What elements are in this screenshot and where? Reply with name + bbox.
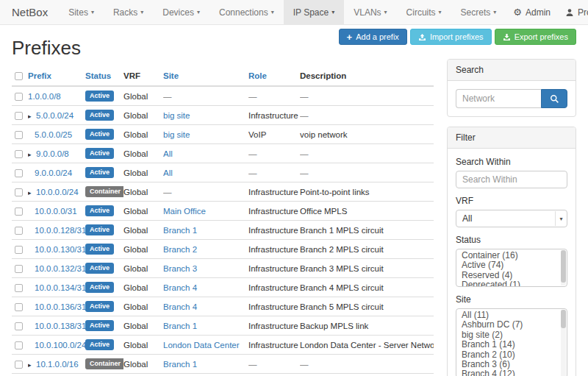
filter-option[interactable]: big site (2) xyxy=(456,330,567,340)
nav-item-sites[interactable]: Sites▾ xyxy=(59,0,104,24)
row-checkbox-cell xyxy=(12,355,28,374)
role-value: Infrastructure xyxy=(248,283,298,292)
column-sort-link[interactable]: Role xyxy=(248,71,267,80)
row-checkbox[interactable] xyxy=(15,150,23,158)
status-cell: Active xyxy=(85,278,123,297)
status-cell: Active xyxy=(85,297,123,316)
site-link[interactable]: big site xyxy=(163,111,190,120)
site-link[interactable]: All xyxy=(163,149,173,158)
empty-value: — xyxy=(300,111,309,120)
row-checkbox[interactable] xyxy=(15,131,23,139)
row-checkbox[interactable] xyxy=(15,303,23,311)
filter-option[interactable]: Branch 2 (10) xyxy=(456,350,567,360)
filter-option[interactable]: All (11) xyxy=(456,311,567,320)
vrf-cell: Global xyxy=(123,278,163,297)
prefix-link[interactable]: 5.0.0.0/24 xyxy=(36,111,74,120)
prefix-link[interactable]: 10.0.0.134/31 xyxy=(35,283,85,292)
site-link[interactable]: Branch 1 xyxy=(163,226,197,235)
search-input[interactable] xyxy=(456,89,541,108)
vrf-select[interactable]: All ▾ xyxy=(456,210,567,227)
nav-item-vlans[interactable]: VLANs▾ xyxy=(344,0,396,24)
prefix-link[interactable]: 10.1.0.0/16 xyxy=(36,360,79,369)
row-checkbox[interactable] xyxy=(15,93,23,101)
scrollbar[interactable] xyxy=(561,310,566,376)
site-link[interactable]: London Data Center xyxy=(163,341,240,350)
nav-item-admin[interactable]: ⚙Admin xyxy=(506,0,558,24)
row-checkbox[interactable] xyxy=(15,322,23,330)
prefix-link[interactable]: 10.0.0.136/31 xyxy=(35,302,85,311)
prefix-link[interactable]: 1.0.0.0/8 xyxy=(28,92,61,101)
filter-option[interactable]: Container (16) xyxy=(456,251,567,260)
row-checkbox[interactable] xyxy=(15,341,23,350)
nav-item-connections[interactable]: Connections▾ xyxy=(209,0,284,24)
expand-arrow-icon: ▸ xyxy=(28,361,36,369)
site-link[interactable]: Branch 1 xyxy=(163,322,197,330)
row-checkbox[interactable] xyxy=(15,361,23,369)
site-link[interactable]: All xyxy=(163,169,173,177)
row-checkbox[interactable] xyxy=(15,207,23,216)
row-checkbox[interactable] xyxy=(15,169,23,177)
search-button[interactable] xyxy=(541,89,567,108)
filter-option[interactable]: Branch 4 (12) xyxy=(456,369,567,376)
prefix-link[interactable]: 10.0.0.128/31 xyxy=(35,226,85,235)
nav-item-ip-space[interactable]: IP Space▾ xyxy=(284,0,345,24)
description-value: Branch 5 MPLS circuit xyxy=(300,302,384,311)
prefix-link[interactable]: 10.0.0.0/24 xyxy=(36,188,79,196)
row-checkbox-cell xyxy=(12,316,28,336)
role-cell: Infrastructure xyxy=(248,202,300,221)
brand[interactable]: NetBox xyxy=(0,0,59,24)
nav-item-circuits[interactable]: Circuits▾ xyxy=(397,0,451,24)
filter-option[interactable]: Active (74) xyxy=(456,260,567,270)
row-checkbox[interactable] xyxy=(15,188,23,196)
status-listbox[interactable]: Container (16)Active (74)Reserved (4)Dep… xyxy=(456,249,567,287)
site-listbox[interactable]: All (11)Ashburn DC (7)big site (2)Branch… xyxy=(456,308,567,376)
scrollbar-thumb[interactable] xyxy=(561,310,566,328)
prefix-link[interactable]: 10.0.0.138/31 xyxy=(35,322,85,330)
select-all-header xyxy=(12,67,28,86)
select-all-checkbox[interactable] xyxy=(15,72,23,80)
nav-item-devices[interactable]: Devices▾ xyxy=(153,0,209,24)
site-link[interactable]: Main Office xyxy=(163,207,206,216)
column-sort-link[interactable]: Site xyxy=(163,71,179,80)
scrollbar[interactable] xyxy=(561,250,566,285)
prefix-link[interactable]: 9.0.0.0/24 xyxy=(35,169,72,177)
site-link[interactable]: Branch 3 xyxy=(163,264,197,273)
empty-value: — xyxy=(300,169,309,177)
prefix-link[interactable]: 10.0.0.130/31 xyxy=(35,245,85,254)
site-link[interactable]: big site xyxy=(163,130,190,139)
nav-item-racks[interactable]: Racks▾ xyxy=(104,0,153,24)
column-sort-link[interactable]: Prefix xyxy=(28,71,51,80)
filter-option[interactable]: Branch 3 (6) xyxy=(456,360,567,369)
prefix-link[interactable]: 10.0.0.132/31 xyxy=(35,264,85,273)
search-within-input[interactable] xyxy=(456,171,567,188)
add-prefix-button[interactable]: + Add a prefix xyxy=(339,29,407,45)
plus-icon: + xyxy=(347,32,353,42)
export-prefixes-button[interactable]: Export prefixes xyxy=(495,29,576,45)
row-checkbox[interactable] xyxy=(15,112,23,120)
filter-option[interactable]: Deprecated (1) xyxy=(456,280,567,287)
filter-option[interactable]: Ashburn DC (7) xyxy=(456,320,567,330)
site-link[interactable]: Branch 1 xyxy=(163,360,197,369)
prefix-link[interactable]: 10.0.100.0/24 xyxy=(35,341,85,350)
filter-option[interactable]: Branch 1 (14) xyxy=(456,340,567,350)
site-link[interactable]: Branch 4 xyxy=(163,302,197,311)
filter-option[interactable]: Reserved (4) xyxy=(456,271,567,280)
site-link[interactable]: Branch 4 xyxy=(163,283,197,292)
nav-item-label: Circuits xyxy=(406,7,436,18)
site-link[interactable]: Branch 2 xyxy=(163,245,197,254)
row-checkbox[interactable] xyxy=(15,265,23,273)
scrollbar-thumb[interactable] xyxy=(561,250,566,283)
row-checkbox[interactable] xyxy=(15,246,23,254)
vrf-value: Global xyxy=(123,149,148,158)
status-badge: Active xyxy=(85,148,114,159)
nav-user-menu: ⚙AdminProfileLog out xyxy=(506,0,588,24)
row-checkbox[interactable] xyxy=(15,284,23,292)
import-prefixes-button[interactable]: Import prefixes xyxy=(410,29,492,45)
prefix-link[interactable]: 9.0.0.0/8 xyxy=(36,149,69,158)
column-sort-link[interactable]: Status xyxy=(85,71,111,80)
nav-item-secrets[interactable]: Secrets▾ xyxy=(451,0,506,24)
prefix-link[interactable]: 5.0.0.0/25 xyxy=(35,130,72,139)
nav-item-profile[interactable]: Profile xyxy=(558,0,588,24)
prefix-link[interactable]: 10.0.0.0/31 xyxy=(35,207,77,216)
row-checkbox[interactable] xyxy=(15,227,23,235)
